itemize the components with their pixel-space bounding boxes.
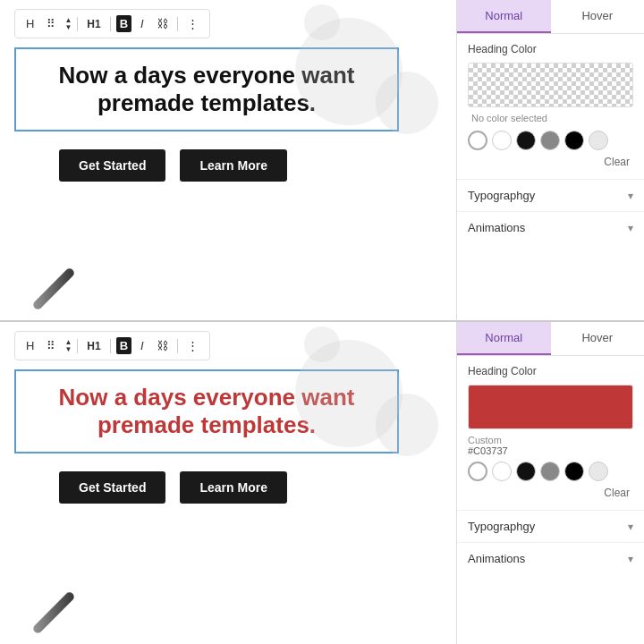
bottom-swatch-white[interactable] (492, 462, 512, 481)
toolbar-divider-3 (177, 17, 178, 31)
top-tab-hover[interactable]: Hover (551, 0, 645, 33)
bottom-toolbar-divider-1 (77, 339, 78, 353)
toolbar-divider-1 (77, 17, 78, 31)
toolbar-italic-btn[interactable]: I (137, 15, 148, 32)
bottom-custom-hex: #C03737 (468, 445, 633, 456)
top-clear-btn[interactable]: Clear (468, 156, 633, 174)
bottom-button-row: Get Started Learn More (14, 471, 442, 504)
bottom-typography-label: Typographgy (468, 520, 535, 533)
bottom-toolbar-arrows[interactable]: ▲▼ (64, 339, 72, 353)
top-learn-more-btn[interactable]: Learn More (180, 149, 286, 182)
top-deco-line (31, 267, 75, 310)
top-swatch-black[interactable] (516, 131, 536, 150)
toolbar-drag-handle[interactable]: ⠿ (43, 15, 59, 32)
bottom-toolbar-divider-3 (177, 339, 178, 353)
bottom-toolbar-bold-btn[interactable]: B (116, 337, 131, 354)
top-animations-label: Animations (468, 221, 525, 234)
bottom-deco-circle-2 (376, 394, 438, 456)
top-swatch-white[interactable] (492, 131, 512, 150)
bottom-animations-label: Animations (468, 552, 525, 565)
top-animations-accordion[interactable]: Animations ▾ (457, 211, 644, 243)
bottom-tab-hover[interactable]: Hover (551, 322, 645, 355)
bottom-color-preview[interactable] (468, 385, 633, 429)
toolbar-more-btn[interactable]: ⋮ (183, 15, 202, 32)
bottom-canvas-area: H ⠿ ▲▼ H1 B I ⛓ ⋮ Now a days everyone wa… (0, 322, 456, 644)
bottom-custom-label: Custom (468, 433, 633, 445)
bottom-swatch-black[interactable] (516, 462, 536, 481)
bottom-deco-circle-3 (304, 326, 340, 362)
bottom-toolbar-more-btn[interactable]: ⋮ (183, 337, 202, 354)
bottom-swatch-darkblack[interactable] (564, 462, 584, 481)
top-heading-color-label: Heading Color (468, 43, 633, 55)
bottom-swatch-gray[interactable] (540, 462, 560, 481)
top-typography-chevron: ▾ (628, 190, 633, 202)
bottom-settings-panel: Normal Hover Heading Color Custom #C0373… (456, 322, 644, 644)
top-panel-row: H ⠿ ▲▼ H1 B I ⛓ ⋮ Now a days everyone wa… (0, 0, 644, 322)
bottom-toolbar-drag-handle[interactable]: ⠿ (43, 337, 59, 354)
top-swatch-gray[interactable] (540, 131, 560, 150)
top-settings-panel: Normal Hover Heading Color No color sele… (456, 0, 644, 320)
bottom-typography-accordion[interactable]: Typographgy ▾ (457, 510, 644, 542)
bottom-toolbar-h-icon[interactable]: H (22, 337, 38, 354)
toolbar-link-btn[interactable]: ⛓ (153, 15, 172, 32)
toolbar-arrows[interactable]: ▲▼ (64, 17, 72, 31)
bottom-toolbar: H ⠿ ▲▼ H1 B I ⛓ ⋮ (14, 331, 210, 360)
bottom-tabs-row: Normal Hover (457, 322, 644, 356)
bottom-tab-normal[interactable]: Normal (457, 322, 551, 355)
top-heading-color-section: Heading Color No color selected Clear (457, 34, 644, 179)
bottom-panel-row: H ⠿ ▲▼ H1 B I ⛓ ⋮ Now a days everyone wa… (0, 322, 644, 644)
toolbar-h1-label[interactable]: H1 (83, 16, 104, 32)
bottom-clear-btn[interactable]: Clear (468, 487, 633, 504)
bottom-animations-chevron: ▾ (628, 553, 633, 565)
top-animations-chevron: ▾ (628, 222, 633, 234)
top-button-row: Get Started Learn More (14, 149, 442, 182)
bottom-swatch-lightgray[interactable] (589, 462, 608, 481)
bottom-toolbar-divider-2 (110, 339, 111, 353)
toolbar-bold-btn[interactable]: B (116, 15, 131, 32)
bottom-heading-color-label: Heading Color (468, 365, 633, 377)
top-typography-accordion[interactable]: Typographgy ▾ (457, 179, 644, 211)
bottom-swatch-transparent[interactable] (468, 462, 487, 481)
deco-circle-3 (304, 4, 340, 40)
toolbar-divider-2 (110, 17, 111, 31)
bottom-deco-line (31, 590, 75, 634)
top-toolbar: H ⠿ ▲▼ H1 B I ⛓ ⋮ (14, 9, 210, 38)
top-typography-label: Typographgy (468, 189, 535, 202)
bottom-get-started-btn[interactable]: Get Started (59, 471, 165, 504)
bottom-animations-accordion[interactable]: Animations ▾ (457, 542, 644, 574)
top-no-color-text: No color selected (468, 111, 633, 125)
bottom-heading-color-section: Heading Color Custom #C03737 Clear (457, 356, 644, 510)
bottom-typography-chevron: ▾ (628, 521, 633, 533)
top-color-preview[interactable] (468, 63, 633, 107)
top-color-swatches (468, 125, 633, 156)
deco-circle-2 (376, 72, 438, 134)
top-swatch-transparent[interactable] (468, 131, 487, 150)
top-tabs-row: Normal Hover (457, 0, 644, 34)
toolbar-h-icon[interactable]: H (22, 15, 38, 32)
bottom-color-swatches (468, 456, 633, 487)
bottom-toolbar-h1-label[interactable]: H1 (83, 338, 104, 354)
top-tab-normal[interactable]: Normal (457, 0, 551, 33)
top-get-started-btn[interactable]: Get Started (59, 149, 165, 182)
top-swatch-darkblack[interactable] (564, 131, 584, 150)
top-canvas-area: H ⠿ ▲▼ H1 B I ⛓ ⋮ Now a days everyone wa… (0, 0, 456, 320)
bottom-toolbar-italic-btn[interactable]: I (137, 337, 148, 354)
bottom-learn-more-btn[interactable]: Learn More (180, 471, 286, 504)
bottom-toolbar-link-btn[interactable]: ⛓ (153, 337, 172, 354)
top-swatch-lightgray[interactable] (589, 131, 608, 150)
